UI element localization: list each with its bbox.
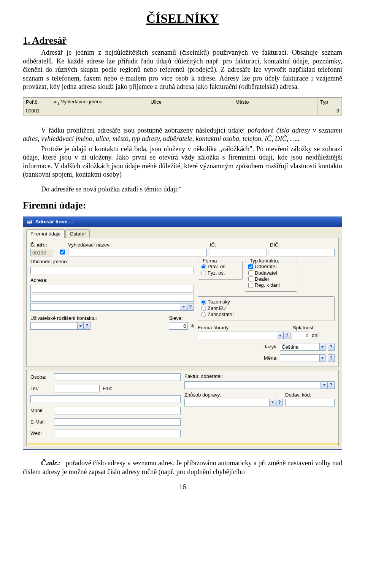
chevron-down-icon — [323, 384, 326, 386]
uziv-rozliseni-dropdown-button[interactable] — [77, 322, 83, 329]
radio-zahr-ostatni-input[interactable] — [201, 312, 206, 317]
svg-rect-3 — [27, 223, 30, 223]
input-adresa-3-combo[interactable] — [30, 303, 187, 311]
label-fax: Fax: — [103, 386, 112, 392]
radio-tuzemsky-input[interactable] — [201, 300, 206, 305]
check-dealer[interactable]: Dealer — [248, 276, 294, 282]
contact-panel: Osoba: Tel.: Fax: Mobil: E-Mail: — [26, 370, 339, 442]
table-header-row: Poř.č. 1 Vyhledávací jméno Ulice Město T… — [24, 98, 342, 107]
adresa-3-help-button[interactable]: ? — [187, 303, 194, 311]
col-mesto[interactable]: Město — [233, 98, 318, 107]
input-dic[interactable] — [270, 249, 335, 256]
jazyk-combo[interactable] — [280, 343, 325, 351]
col-por[interactable]: Poř.č. — [24, 98, 51, 107]
input-adresa-3[interactable] — [31, 303, 180, 310]
label-obch-jmeno: Obchodní jméno: — [30, 259, 194, 265]
uziv-rozliseni-help-button[interactable]: ? — [84, 322, 90, 330]
chevron-down-icon — [321, 357, 324, 359]
mena-combo[interactable] — [280, 354, 325, 362]
col-typ[interactable]: Typ — [318, 98, 342, 107]
input-web[interactable] — [54, 430, 181, 437]
col-jmeno-label: Vyhledávací jméno — [61, 99, 102, 104]
input-splatnost[interactable] — [293, 332, 310, 339]
doprava-combo[interactable] — [184, 399, 276, 406]
label-adresa: Adresa: — [30, 277, 194, 283]
field-uziv-rozliseni: Uživatelské rozlišení kontaktu: ? — [30, 315, 166, 330]
forma-uhrady-dropdown-button[interactable] — [277, 332, 283, 339]
window-titlebar: Adresář firem ... — [23, 217, 342, 227]
mena-dropdown-button[interactable] — [319, 355, 325, 362]
radio-fyz-os[interactable]: Fyz. os. — [201, 270, 239, 276]
input-osoba[interactable] — [54, 373, 181, 381]
radio-prav-os-label: Práv. os. — [208, 264, 227, 270]
tab-firemni-udaje[interactable]: Firemní údaje — [26, 229, 65, 238]
input-vyhl-nazev[interactable] — [68, 249, 207, 256]
chevron-down-icon — [321, 346, 324, 348]
input-forma-uhrady[interactable] — [198, 332, 277, 339]
check-odberatel[interactable]: Odběratel — [248, 264, 294, 270]
fieldset-typ-kontaktu: Typ kontaktu: Odběratel Dodavatel Dealer… — [245, 261, 297, 292]
input-cadr[interactable] — [30, 249, 53, 256]
input-sleva[interactable] — [169, 322, 188, 330]
check-dodavatel-input[interactable] — [248, 270, 253, 275]
radio-zahr-ostatni[interactable]: Zahr.ostatní — [201, 311, 331, 318]
jazyk-help-button[interactable]: ? — [328, 343, 335, 351]
check-odberatel-input[interactable] — [248, 264, 253, 269]
svg-rect-1 — [27, 220, 31, 221]
check-reg-k-dani[interactable]: Reg. k dani — [248, 282, 294, 288]
fakt-odb-dropdown-button[interactable] — [321, 382, 327, 389]
radio-prav-os[interactable]: Práv. os. — [201, 264, 239, 270]
radio-fyz-os-input[interactable] — [201, 270, 206, 275]
input-ic[interactable] — [210, 249, 267, 256]
input-adresa-1[interactable] — [30, 285, 194, 292]
check-reg-k-dani-input[interactable] — [248, 283, 253, 288]
window-icon — [26, 219, 32, 225]
radio-zahr-ostatni-label: Zahr.ostatní — [208, 311, 234, 318]
col-jmeno[interactable]: 1 Vyhledávací jméno — [51, 98, 148, 107]
doprava-dropdown-button[interactable] — [269, 399, 276, 406]
input-doprava[interactable] — [185, 399, 269, 406]
check-dealer-input[interactable] — [248, 277, 253, 281]
forma-uhrady-combo[interactable] — [198, 332, 284, 339]
radio-zahr-eu-input[interactable] — [201, 306, 206, 311]
uziv-rozliseni-combo[interactable] — [30, 322, 84, 330]
label-fakt-odberatel: Faktur. odběratel: — [184, 373, 335, 379]
jazyk-dropdown-button[interactable] — [319, 343, 325, 350]
doprava-help-button[interactable]: ? — [276, 399, 283, 406]
col-typ-label: Typ — [320, 99, 328, 105]
input-obch-jmeno[interactable] — [30, 267, 194, 274]
radio-zahr-eu[interactable]: Zahr.EU — [201, 305, 331, 311]
input-fax[interactable] — [30, 395, 181, 403]
tab-firemni-label: Firemní údaje — [30, 231, 60, 237]
input-fakt-odberatel[interactable] — [185, 382, 321, 389]
input-mobil[interactable] — [54, 407, 181, 414]
input-uziv-rozliseni[interactable] — [31, 322, 77, 329]
check-dodavatel[interactable]: Dodavatel — [248, 270, 294, 276]
input-adresa-2[interactable] — [30, 294, 194, 302]
check-odberatel-label: Odběratel — [255, 264, 276, 270]
col-mesto-label: Město — [235, 99, 249, 105]
radio-fyz-os-label: Fyz. os. — [208, 270, 225, 276]
input-tel[interactable] — [54, 385, 100, 392]
fieldset-origin: Tuzemský Zahr.EU Zahr.ostatní — [198, 296, 335, 321]
input-email[interactable] — [54, 418, 181, 426]
tab-ostatni[interactable]: Ostatní — [65, 229, 90, 238]
radio-prav-os-input[interactable] — [201, 264, 206, 269]
input-mena[interactable] — [280, 355, 319, 362]
mena-help-button[interactable]: ? — [328, 354, 335, 362]
forma-uhrady-help-button[interactable]: ? — [284, 332, 290, 339]
label-jazyk: Jazyk: — [263, 344, 278, 350]
col-ulice[interactable]: Ulice — [148, 98, 233, 107]
legend-forma: Forma — [201, 258, 219, 264]
input-dodkod[interactable] — [285, 399, 335, 406]
adresa-3-dropdown-button[interactable] — [180, 303, 187, 310]
radio-tuzemsky[interactable]: Tuzemský — [201, 299, 331, 305]
table-row[interactable]: 00001 3 — [24, 107, 342, 115]
input-jazyk[interactable] — [280, 343, 319, 350]
fakt-odb-help-button[interactable]: ? — [328, 381, 335, 389]
row-mobil: Mobil: — [30, 407, 181, 414]
svg-rect-2 — [27, 221, 31, 222]
vyhl-checkbox[interactable] — [60, 250, 65, 254]
fakt-odb-combo[interactable] — [184, 381, 328, 389]
label-vyhl-nazev: Vyhledávací název: — [68, 242, 207, 248]
